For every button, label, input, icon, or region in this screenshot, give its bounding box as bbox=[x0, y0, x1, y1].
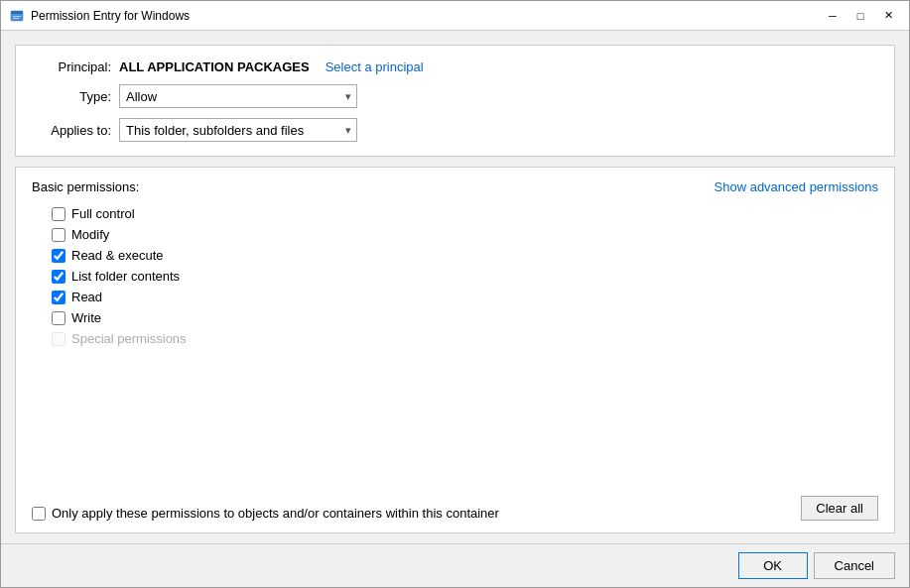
permission-list-folder: List folder contents bbox=[52, 269, 878, 284]
permission-special: Special permissions bbox=[52, 331, 878, 346]
principal-section: Principal: ALL APPLICATION PACKAGES Sele… bbox=[15, 45, 895, 157]
ok-button[interactable]: OK bbox=[738, 552, 808, 579]
svg-rect-1 bbox=[11, 11, 23, 14]
close-button[interactable]: ✕ bbox=[875, 5, 901, 27]
permissions-list: Full control Modify Read & execute List … bbox=[32, 206, 878, 346]
type-label: Type: bbox=[32, 89, 111, 104]
permission-read-execute: Read & execute bbox=[52, 248, 878, 263]
apply-only-checkbox[interactable] bbox=[32, 507, 46, 521]
permissions-header: Basic permissions: Show advanced permiss… bbox=[32, 179, 878, 194]
footer: OK Cancel bbox=[1, 543, 909, 587]
svg-rect-3 bbox=[13, 18, 19, 19]
applies-to-select-wrapper: This folder, subfolders and files This f… bbox=[119, 118, 357, 142]
apply-row: Only apply these permissions to objects … bbox=[32, 506, 499, 521]
type-select-wrapper: Allow Deny bbox=[119, 84, 357, 108]
applies-to-label: Applies to: bbox=[32, 123, 111, 138]
show-advanced-link[interactable]: Show advanced permissions bbox=[715, 179, 878, 194]
read-checkbox[interactable] bbox=[52, 291, 65, 304]
write-label: Write bbox=[71, 310, 101, 325]
select-principal-link[interactable]: Select a principal bbox=[325, 59, 424, 74]
read-execute-checkbox[interactable] bbox=[52, 249, 65, 263]
permission-write: Write bbox=[52, 310, 878, 325]
permission-full-control: Full control bbox=[52, 206, 878, 221]
read-execute-label: Read & execute bbox=[71, 248, 164, 263]
permission-read: Read bbox=[52, 290, 878, 304]
applies-to-select[interactable]: This folder, subfolders and files This f… bbox=[119, 118, 357, 142]
permissions-section: Basic permissions: Show advanced permiss… bbox=[15, 167, 895, 533]
read-label: Read bbox=[71, 290, 102, 304]
applies-to-row: Applies to: This folder, subfolders and … bbox=[32, 118, 878, 142]
principal-value: ALL APPLICATION PACKAGES bbox=[119, 59, 310, 74]
permission-modify: Modify bbox=[52, 227, 878, 242]
permissions-title: Basic permissions: bbox=[32, 179, 139, 194]
titlebar: Permission Entry for Windows ─ □ ✕ bbox=[1, 1, 909, 31]
svg-rect-2 bbox=[13, 16, 21, 17]
list-folder-checkbox[interactable] bbox=[52, 270, 65, 284]
window-controls: ─ □ ✕ bbox=[820, 5, 901, 27]
principal-row: Principal: ALL APPLICATION PACKAGES Sele… bbox=[32, 59, 878, 74]
special-permissions-label: Special permissions bbox=[71, 331, 187, 346]
write-checkbox[interactable] bbox=[52, 311, 65, 325]
type-row: Type: Allow Deny bbox=[32, 84, 878, 108]
modify-checkbox[interactable] bbox=[52, 228, 65, 242]
window-icon bbox=[9, 8, 25, 24]
cancel-button[interactable]: Cancel bbox=[814, 552, 895, 579]
list-folder-label: List folder contents bbox=[71, 269, 180, 284]
type-select[interactable]: Allow Deny bbox=[119, 84, 357, 108]
main-content: Principal: ALL APPLICATION PACKAGES Sele… bbox=[1, 31, 909, 543]
clear-all-button[interactable]: Clear all bbox=[801, 496, 878, 521]
apply-only-label: Only apply these permissions to objects … bbox=[52, 506, 499, 521]
maximize-button[interactable]: □ bbox=[847, 5, 873, 27]
full-control-checkbox[interactable] bbox=[52, 207, 65, 221]
minimize-button[interactable]: ─ bbox=[820, 5, 845, 27]
principal-label: Principal: bbox=[32, 59, 111, 74]
permission-entry-dialog: Permission Entry for Windows ─ □ ✕ Princ… bbox=[0, 0, 910, 588]
modify-label: Modify bbox=[71, 227, 109, 242]
special-permissions-checkbox bbox=[52, 332, 65, 346]
window-title: Permission Entry for Windows bbox=[31, 9, 820, 23]
full-control-label: Full control bbox=[71, 206, 135, 221]
